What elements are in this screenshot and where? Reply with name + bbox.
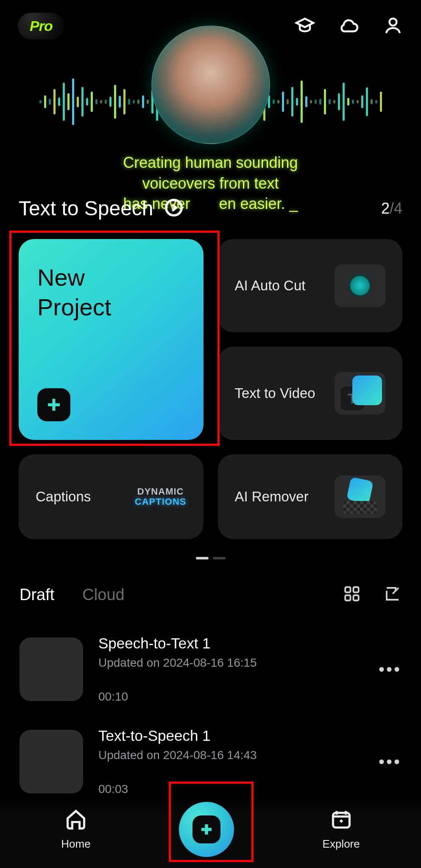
draft-updated: Updated on 2024-08-16 16:15 (98, 656, 363, 670)
tabs: Draft Cloud (20, 586, 125, 604)
svg-rect-5 (354, 595, 359, 601)
avatar-graphic (151, 25, 270, 144)
pro-badge[interactable]: Pro (18, 13, 64, 39)
pager-current: 2 (381, 200, 390, 217)
nav-home[interactable]: Home (61, 808, 90, 851)
ai-auto-cut-label: AI Auto Cut (235, 278, 306, 294)
more-icon[interactable]: ••• (379, 752, 401, 771)
section-title: Text to Speech (19, 197, 153, 220)
page-dot-2[interactable] (213, 557, 226, 559)
plus-icon (37, 388, 70, 421)
draft-duration: 00:10 (98, 690, 363, 704)
top-icons (295, 15, 403, 37)
plus-icon (192, 815, 220, 843)
tabs-row: Draft Cloud (0, 585, 421, 604)
text-to-video-thumb (335, 372, 385, 415)
grid-view-icon[interactable] (343, 585, 361, 604)
draft-title: Text-to-Speech 1 (98, 727, 363, 744)
captions-label: Captions (36, 489, 91, 505)
bottom-nav: Home Explore (0, 796, 421, 868)
svg-rect-4 (345, 595, 350, 601)
pager: 2/4 (381, 200, 402, 217)
svg-rect-3 (354, 587, 359, 592)
draft-item[interactable]: Text-to-Speech 1 Updated on 2024-08-16 1… (20, 715, 401, 808)
svg-point-1 (166, 200, 181, 215)
new-project-tile[interactable]: New Project (19, 239, 204, 440)
nav-explore[interactable]: Explore (323, 808, 360, 851)
graduation-cap-icon[interactable] (295, 15, 315, 37)
home-icon (65, 808, 87, 833)
new-project-label-l2: Project (37, 292, 111, 322)
nav-home-label: Home (61, 837, 90, 851)
tool-grid: New Project AI Auto Cut Text to Video Ca… (0, 239, 421, 539)
draft-title: Speech-to-Text 1 (98, 635, 363, 652)
draft-updated: Updated on 2024-08-16 14:43 (98, 748, 363, 762)
arrow-right-circle-icon[interactable] (164, 198, 183, 219)
svg-point-0 (390, 18, 397, 25)
ai-remover-label: AI Remover (235, 489, 309, 505)
explore-icon (330, 808, 352, 833)
more-icon[interactable]: ••• (379, 660, 401, 679)
page-dot-1[interactable] (196, 557, 209, 559)
edit-icon[interactable] (384, 585, 401, 604)
captions-badge-l2: CAPTIONS (135, 497, 187, 507)
fab-new[interactable] (179, 802, 234, 857)
new-project-label-l1: New (37, 263, 111, 292)
svg-rect-2 (345, 587, 350, 592)
draft-duration: 00:03 (98, 782, 363, 796)
hero-tagline-line2: voiceovers from text (51, 173, 370, 194)
ai-auto-cut-thumb (335, 264, 385, 307)
captions-tile[interactable]: Captions DYNAMIC CAPTIONS (19, 454, 204, 539)
tab-draft[interactable]: Draft (20, 586, 54, 604)
text-to-video-label: Text to Video (235, 385, 315, 401)
pager-total: /4 (390, 200, 402, 217)
tab-cloud[interactable]: Cloud (82, 586, 124, 604)
draft-thumbnail (20, 730, 83, 793)
text-to-video-tile[interactable]: Text to Video (218, 347, 403, 440)
nav-explore-label: Explore (323, 837, 360, 851)
page-dots (0, 557, 421, 559)
section-heading-row: Text to Speech 2/4 (0, 197, 421, 220)
ai-remover-thumb (335, 476, 385, 518)
captions-badge: DYNAMIC CAPTIONS (135, 487, 187, 507)
captions-badge-l1: DYNAMIC (135, 487, 187, 497)
profile-icon[interactable] (383, 15, 403, 37)
top-bar: Pro (0, 13, 421, 39)
draft-item[interactable]: Speech-to-Text 1 Updated on 2024-08-16 1… (20, 623, 401, 715)
draft-list: Speech-to-Text 1 Updated on 2024-08-16 1… (0, 623, 421, 808)
hero-tagline-line1: Creating human sounding (51, 153, 370, 173)
ai-remover-tile[interactable]: AI Remover (218, 454, 403, 539)
cloud-icon[interactable] (339, 15, 359, 37)
ai-auto-cut-tile[interactable]: AI Auto Cut (218, 239, 403, 332)
draft-thumbnail (20, 637, 83, 701)
